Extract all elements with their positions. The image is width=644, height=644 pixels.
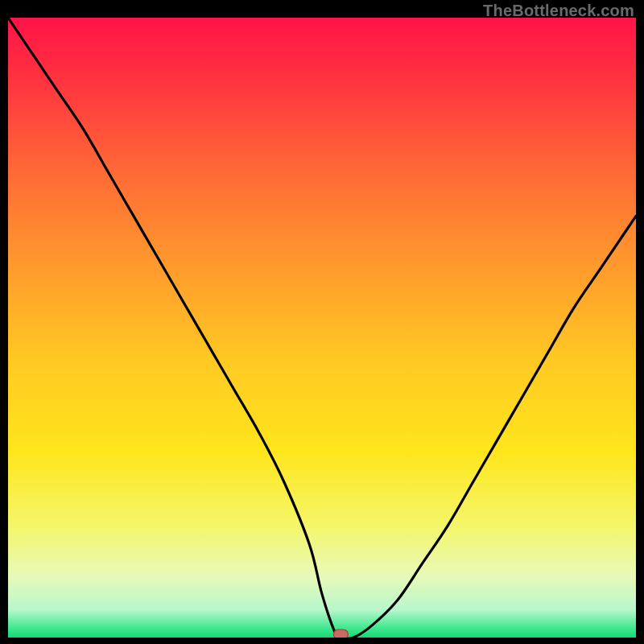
optimal-point-marker xyxy=(333,630,348,638)
watermark-text: TheBottleneck.com xyxy=(483,2,634,20)
chart-frame: TheBottleneck.com xyxy=(0,0,644,644)
bottleneck-plot xyxy=(8,18,636,638)
heat-gradient-background xyxy=(8,18,636,638)
